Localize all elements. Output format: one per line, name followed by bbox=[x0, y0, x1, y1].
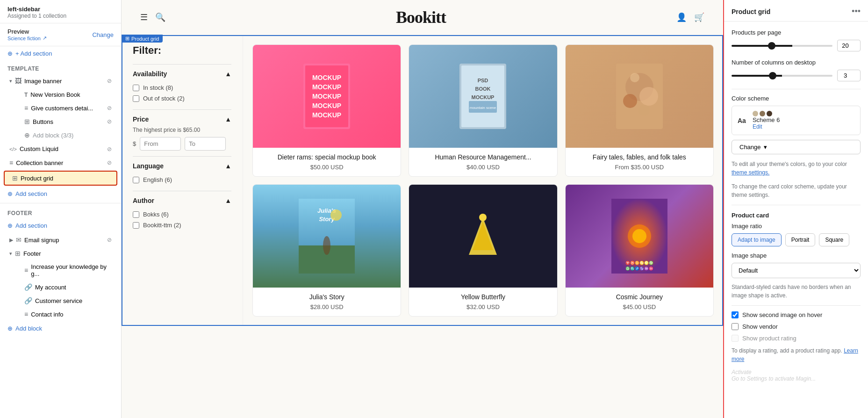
language-header[interactable]: Language ▲ bbox=[133, 162, 231, 170]
bookitt-ttm-checkbox[interactable] bbox=[133, 222, 139, 229]
show-rating-checkbox[interactable] bbox=[732, 335, 739, 342]
color-dot-2 bbox=[760, 111, 765, 116]
sidebar-item-new-version-book[interactable]: T New Version Book bbox=[17, 88, 119, 101]
right-panel-menu-button[interactable]: ••• bbox=[852, 7, 861, 16]
english-checkbox[interactable] bbox=[133, 177, 139, 183]
sidebar-item-customer-service[interactable]: 🔗 Customer service bbox=[17, 294, 119, 307]
author-header[interactable]: Author ▲ bbox=[133, 197, 231, 204]
availability-header[interactable]: Availability ▲ bbox=[133, 70, 231, 78]
sidebar-item-buttons[interactable]: ⊞ Buttons ⊘ bbox=[17, 115, 119, 128]
products-per-page-input[interactable] bbox=[837, 40, 861, 51]
filter-english: English (6) bbox=[133, 174, 231, 185]
svg-text:PSD: PSD bbox=[478, 78, 488, 83]
plus-small-icon: ⊕ bbox=[24, 131, 30, 139]
products-per-page-slider[interactable] bbox=[732, 45, 832, 47]
filter-bokks: Bokks (6) bbox=[133, 209, 231, 220]
change-btn-row: Change ▾ bbox=[732, 140, 861, 154]
chevron-up-icon: ▲ bbox=[225, 115, 231, 123]
chevron-down-icon: ▾ bbox=[9, 78, 12, 84]
list-icon: ≡ bbox=[9, 159, 13, 166]
price-header[interactable]: Price ▲ bbox=[133, 115, 231, 123]
sidebar-item-footer[interactable]: ▾ ⊞ Footer bbox=[2, 247, 119, 260]
divider-1 bbox=[732, 89, 861, 89]
product-card-1[interactable]: MOCKUP MOCKUP MOCKUP MOCKUP MOCKUP Diete… bbox=[252, 44, 401, 177]
show-vendor-row: Show vendor bbox=[732, 323, 861, 330]
visibility-icon: ⊘ bbox=[107, 118, 112, 125]
sidebar-item-my-account[interactable]: 🔗 My account bbox=[17, 281, 119, 294]
price-to-input[interactable] bbox=[185, 137, 226, 151]
columns-desktop-slider[interactable] bbox=[732, 75, 832, 77]
preview-label: Preview bbox=[7, 28, 47, 35]
price-from-input[interactable] bbox=[140, 137, 181, 151]
product-price-1: $50.00 USD bbox=[258, 164, 395, 171]
in-stock-checkbox[interactable] bbox=[133, 85, 139, 91]
chevron-up-icon: ▲ bbox=[225, 197, 231, 204]
sidebar-item-email-signup[interactable]: ▶ ✉ Email signup ⊘ bbox=[2, 233, 119, 246]
svg-point-25 bbox=[330, 209, 342, 221]
right-panel-body: Products per page Number of columns on d… bbox=[724, 22, 868, 389]
product-card-2[interactable]: PSD BOOK MOCKUP Cover design mountain sc… bbox=[409, 44, 557, 177]
out-of-stock-checkbox[interactable] bbox=[133, 95, 139, 102]
grid-icon-small: ⊞ bbox=[125, 36, 129, 42]
left-sidebar: left-sidebar Assigned to 1 collection Pr… bbox=[0, 0, 122, 418]
ratio-portrait-button[interactable]: Portrait bbox=[785, 233, 816, 246]
add-section-button-top[interactable]: ⊕ + Add section bbox=[0, 46, 121, 61]
image-shape-note: Standard-styled cards have no borders wh… bbox=[732, 283, 861, 300]
hamburger-icon[interactable]: ☰ bbox=[140, 12, 148, 22]
svg-point-17 bbox=[639, 87, 658, 106]
sidebar-item-contact-info[interactable]: ≡ Contact info bbox=[17, 308, 119, 321]
add-section-button-mid[interactable]: ⊕ Add section bbox=[0, 187, 121, 201]
preview-change-button[interactable]: Change bbox=[92, 31, 114, 38]
scheme-edit-link[interactable]: Edit bbox=[753, 123, 780, 130]
center-preview: ☰ 🔍 Bookitt 👤 🛒 ⊞ Product grid bbox=[122, 0, 723, 418]
svg-point-18 bbox=[623, 94, 637, 108]
cart-icon[interactable]: 🛒 bbox=[694, 12, 704, 22]
product-image-2: PSD BOOK MOCKUP Cover design mountain sc… bbox=[409, 45, 557, 148]
color-scheme-card: Aa Scheme 6 Edit bbox=[732, 106, 861, 135]
image-shape-select[interactable]: Default Arch Circle Diamond Square bbox=[732, 263, 861, 278]
svg-text:MOCKUP: MOCKUP bbox=[472, 94, 495, 100]
sidebar-item-collection-banner[interactable]: ≡ Collection banner ⊘ bbox=[2, 156, 119, 169]
sidebar-item-image-banner[interactable]: ▾ 🖼 Image banner ⊘ bbox=[2, 74, 119, 87]
change-scheme-button[interactable]: Change ▾ bbox=[732, 140, 861, 154]
filter-out-of-stock: Out of stock (2) bbox=[133, 93, 231, 104]
sidebar-item-give-customers[interactable]: ≡ Give customers detai... ⊘ bbox=[17, 101, 119, 115]
scheme-aa: Aa bbox=[738, 117, 746, 124]
show-vendor-checkbox[interactable] bbox=[732, 323, 739, 330]
columns-desktop-label: Number of columns on desktop bbox=[732, 59, 861, 66]
columns-desktop-input[interactable] bbox=[837, 70, 861, 81]
watermark-text: ActivateGo to Settings to activate Magin… bbox=[732, 369, 861, 382]
link-icon: 🔗 bbox=[24, 297, 32, 304]
sidebar-item-increase-knowledge[interactable]: ≡ Increase your knowledge by g... bbox=[17, 260, 119, 280]
product-card-5[interactable]: Yellow Butterfly $32.00 USD bbox=[409, 184, 557, 317]
sidebar-item-product-grid[interactable]: ⊞ Product grid bbox=[4, 171, 117, 186]
ratio-adapt-button[interactable]: Adapt to image bbox=[732, 233, 782, 246]
product-card-4[interactable]: Julia's Story Julia's Story $28.00 USD bbox=[252, 184, 401, 317]
search-icon[interactable]: 🔍 bbox=[155, 12, 165, 22]
product-card-3[interactable]: Fairy tales, fables, and folk tales From… bbox=[565, 44, 714, 177]
account-icon[interactable]: 👤 bbox=[676, 12, 687, 22]
show-second-image-checkbox[interactable] bbox=[732, 311, 739, 318]
preview-frame: ☰ 🔍 Bookitt 👤 🛒 ⊞ Product grid bbox=[122, 0, 723, 418]
template-section-label: Template bbox=[0, 61, 121, 74]
product-image-4: Julia's Story bbox=[253, 185, 401, 288]
list-icon: ≡ bbox=[24, 104, 28, 112]
filter-group-author: Author ▲ Bokks (6) Bookitt-tt bbox=[133, 191, 231, 236]
product-price-4: $28.00 USD bbox=[258, 303, 395, 310]
sidebar-item-add-block[interactable]: ⊕ Add block (3/3) bbox=[17, 129, 119, 142]
add-footer-section-button[interactable]: ⊕ Add section bbox=[0, 218, 121, 233]
bokks-checkbox[interactable] bbox=[133, 211, 139, 218]
ratio-square-button[interactable]: Square bbox=[819, 233, 849, 246]
chevron-down-icon: ▾ bbox=[764, 144, 767, 151]
product-card-6[interactable]: ♈♉♊♋♌♍ ♎♏♐♑♒♓ Cosmic Journey $45.00 USD bbox=[565, 184, 714, 317]
add-block-button[interactable]: ⊕ Add block bbox=[0, 321, 121, 336]
preview-row: Preview Science fiction ↗ Change bbox=[0, 23, 121, 46]
svg-text:♎♏♐♑♒♓: ♎♏♐♑♒♓ bbox=[625, 266, 653, 271]
sidebar-item-custom-liquid[interactable]: </> Custom Liquid ⊘ bbox=[2, 143, 119, 155]
theme-settings-link[interactable]: theme settings. bbox=[732, 169, 769, 176]
sidebar-item-label: My account bbox=[35, 284, 66, 291]
show-second-image-label: Show second image on hover bbox=[742, 311, 822, 318]
preview-inner: ☰ 🔍 Bookitt 👤 🛒 ⊞ Product grid bbox=[122, 0, 723, 418]
product-image-1: MOCKUP MOCKUP MOCKUP MOCKUP MOCKUP bbox=[253, 45, 401, 148]
plus-icon: ⊕ bbox=[7, 222, 13, 229]
